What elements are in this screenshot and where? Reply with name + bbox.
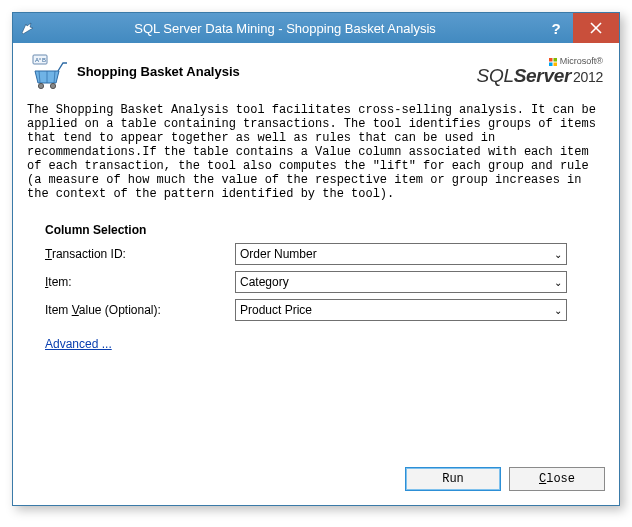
shopping-basket-icon: A B — [29, 53, 69, 89]
item-label: Item: — [45, 275, 235, 289]
svg-text:B: B — [42, 57, 46, 63]
transaction-id-value: Order Number — [240, 247, 317, 261]
transaction-id-label: Transaction ID: — [45, 247, 235, 261]
item-value-select[interactable]: Product Price ⌄ — [235, 299, 567, 321]
column-selection-section: Column Selection Transaction ID: Order N… — [13, 207, 619, 357]
brand-year: 2012 — [573, 69, 603, 85]
chevron-down-icon: ⌄ — [554, 305, 562, 316]
brand-logo: Microsoft® SQLServer2012 — [477, 57, 603, 85]
app-icon — [13, 21, 41, 35]
section-title: Column Selection — [45, 223, 595, 237]
close-dialog-button[interactable]: Close — [509, 467, 605, 491]
advanced-link[interactable]: Advanced ... — [45, 337, 112, 351]
help-button[interactable]: ? — [539, 13, 573, 43]
chevron-down-icon: ⌄ — [554, 277, 562, 288]
close-icon — [590, 22, 602, 34]
page-title: Shopping Basket Analysis — [77, 64, 477, 79]
item-value: Category — [240, 275, 289, 289]
header: A B Shopping Basket Analysis — [13, 43, 619, 101]
transaction-id-select[interactable]: Order Number ⌄ — [235, 243, 567, 265]
item-value-value: Product Price — [240, 303, 312, 317]
svg-text:A: A — [35, 57, 39, 63]
svg-rect-10 — [549, 58, 553, 62]
dialog-footer: Run Close — [13, 457, 619, 505]
transaction-id-row: Transaction ID: Order Number ⌄ — [45, 243, 595, 265]
svg-point-9 — [50, 83, 55, 88]
item-value-label: Item Value (Optional): — [45, 303, 235, 317]
brand-server: Server — [514, 65, 571, 86]
item-value-row: Item Value (Optional): Product Price ⌄ — [45, 299, 595, 321]
run-button-label: Run — [442, 472, 464, 486]
svg-rect-11 — [554, 58, 558, 62]
brand-sql: SQL — [477, 65, 514, 86]
close-button-label: Close — [539, 472, 575, 486]
close-button[interactable] — [573, 13, 619, 43]
item-row: Item: Category ⌄ — [45, 271, 595, 293]
dialog-window: SQL Server Data Mining - Shopping Basket… — [12, 12, 620, 506]
titlebar: SQL Server Data Mining - Shopping Basket… — [13, 13, 619, 43]
svg-point-8 — [38, 83, 43, 88]
run-button[interactable]: Run — [405, 467, 501, 491]
window-title: SQL Server Data Mining - Shopping Basket… — [41, 21, 539, 36]
description-text: The Shopping Basket Analysis tool facili… — [13, 101, 619, 207]
item-select[interactable]: Category ⌄ — [235, 271, 567, 293]
chevron-down-icon: ⌄ — [554, 249, 562, 260]
